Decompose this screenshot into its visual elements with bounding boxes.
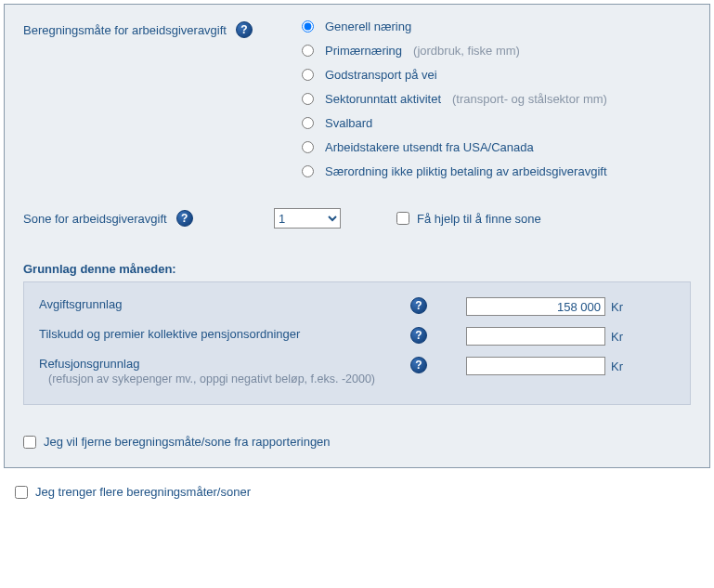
radio-primaer[interactable] bbox=[302, 45, 314, 57]
radio-label: Arbeidstakere utsendt fra USA/Canada bbox=[325, 140, 534, 154]
radio-row-svalbard[interactable]: Svalbard bbox=[302, 116, 607, 130]
grunnlag-help-wrap: ? bbox=[410, 327, 466, 344]
sone-label-wrap: Sone for arbeidsgiveravgift ? bbox=[23, 210, 265, 227]
remove-check-row[interactable]: Jeg vil fjerne beregningsmåte/sone fra r… bbox=[23, 435, 691, 449]
radio-hint: (transport- og stålsektor mm) bbox=[452, 92, 607, 106]
radio-label: Svalbard bbox=[325, 116, 372, 130]
help-icon[interactable]: ? bbox=[410, 297, 427, 314]
grunnlag-row-refusjon: Refusjonsgrunnlag (refusjon av sykepenge… bbox=[39, 351, 675, 391]
help-icon[interactable]: ? bbox=[410, 327, 427, 344]
radio-sektor[interactable] bbox=[302, 93, 314, 105]
radio-row-sektor[interactable]: Sektorunntatt aktivitet (transport- og s… bbox=[302, 92, 607, 106]
beregningsmate-label-wrap: Beregningsmåte for arbeidsgiveravgift ? bbox=[23, 20, 302, 38]
kr-suffix: Kr bbox=[611, 330, 623, 344]
radio-row-primaer[interactable]: Primærnæring (jordbruk, fiske mm) bbox=[302, 44, 607, 58]
sone-help-checkbox-label: Få hjelp til å finne sone bbox=[417, 212, 541, 226]
radio-label: Sektorunntatt aktivitet bbox=[325, 92, 441, 106]
grunnlag-label-text: Avgiftsgrunnlag bbox=[39, 297, 122, 311]
main-panel: Beregningsmåte for arbeidsgiveravgift ? … bbox=[4, 4, 710, 468]
grunnlag-sublabel: (refusjon av sykepenger mv., oppgi negat… bbox=[48, 372, 410, 385]
remove-check-label: Jeg vil fjerne beregningsmåte/sone fra r… bbox=[44, 435, 331, 449]
grunnlag-row-avgiftsgrunnlag: Avgiftsgrunnlag ? Kr bbox=[39, 292, 675, 321]
radio-usa-canada[interactable] bbox=[302, 141, 314, 153]
grunnlag-help-wrap: ? bbox=[410, 297, 466, 314]
grunnlag-panel: Avgiftsgrunnlag ? Kr Tilskudd og premier… bbox=[23, 281, 691, 405]
radio-row-godstransport[interactable]: Godstransport på vei bbox=[302, 68, 607, 82]
help-icon[interactable]: ? bbox=[176, 210, 193, 227]
grunnlag-input-wrap: Kr bbox=[466, 327, 623, 346]
remove-checkbox[interactable] bbox=[23, 436, 36, 449]
grunnlag-label-text: Tilskudd og premier kollektive pensjonso… bbox=[39, 327, 300, 341]
more-check-label: Jeg trenger flere beregningsmåter/soner bbox=[35, 485, 251, 499]
radio-saerordning[interactable] bbox=[302, 165, 314, 177]
radio-godstransport[interactable] bbox=[302, 69, 314, 81]
grunnlag-row-tilskudd: Tilskudd og premier kollektive pensjonso… bbox=[39, 321, 675, 351]
grunnlag-help-wrap: ? bbox=[410, 357, 466, 373]
more-check-row[interactable]: Jeg trenger flere beregningsmåter/soner bbox=[15, 485, 710, 499]
sone-select[interactable]: 1 bbox=[274, 208, 341, 229]
grunnlag-label-text: Refusjonsgrunnlag bbox=[39, 357, 139, 371]
beregningsmate-section: Beregningsmåte for arbeidsgiveravgift ? … bbox=[23, 20, 691, 178]
radio-row-generell[interactable]: Generell næring bbox=[302, 20, 607, 33]
grunnlag-label: Avgiftsgrunnlag bbox=[39, 297, 410, 311]
radio-label: Primærnæring bbox=[325, 44, 402, 58]
radio-label: Særordning ikke pliktig betaling av arbe… bbox=[325, 164, 607, 178]
radio-hint: (jordbruk, fiske mm) bbox=[413, 44, 520, 58]
sone-label: Sone for arbeidsgiveravgift bbox=[23, 212, 167, 226]
sone-help-checkbox-row[interactable]: Få hjelp til å finne sone bbox=[396, 212, 541, 226]
sone-help-checkbox[interactable] bbox=[396, 212, 409, 225]
tilskudd-input[interactable] bbox=[466, 327, 605, 346]
radio-svalbard[interactable] bbox=[302, 117, 314, 129]
help-icon[interactable]: ? bbox=[236, 21, 253, 38]
avgiftsgrunnlag-input[interactable] bbox=[466, 297, 605, 316]
grunnlag-input-wrap: Kr bbox=[466, 357, 623, 375]
help-icon[interactable]: ? bbox=[410, 357, 427, 373]
sone-row: Sone for arbeidsgiveravgift ? 1 Få hjelp… bbox=[23, 208, 691, 229]
radio-label: Godstransport på vei bbox=[325, 68, 437, 82]
grunnlag-label: Refusjonsgrunnlag (refusjon av sykepenge… bbox=[39, 357, 410, 385]
beregningsmate-label: Beregningsmåte for arbeidsgiveravgift bbox=[23, 23, 227, 37]
more-checkbox[interactable] bbox=[15, 486, 28, 499]
radio-row-usa-canada[interactable]: Arbeidstakere utsendt fra USA/Canada bbox=[302, 140, 607, 154]
beregningsmate-radio-list: Generell næring Primærnæring (jordbruk, … bbox=[302, 20, 607, 178]
kr-suffix: Kr bbox=[611, 359, 623, 373]
refusjon-input[interactable] bbox=[466, 357, 605, 375]
grunnlag-input-wrap: Kr bbox=[466, 297, 623, 316]
radio-label: Generell næring bbox=[325, 20, 411, 33]
radio-generell[interactable] bbox=[302, 20, 314, 33]
radio-row-saerordning[interactable]: Særordning ikke pliktig betaling av arbe… bbox=[302, 164, 607, 178]
kr-suffix: Kr bbox=[611, 300, 623, 314]
grunnlag-label: Tilskudd og premier kollektive pensjonso… bbox=[39, 327, 410, 341]
grunnlag-header: Grunnlag denne måneden: bbox=[23, 262, 691, 276]
